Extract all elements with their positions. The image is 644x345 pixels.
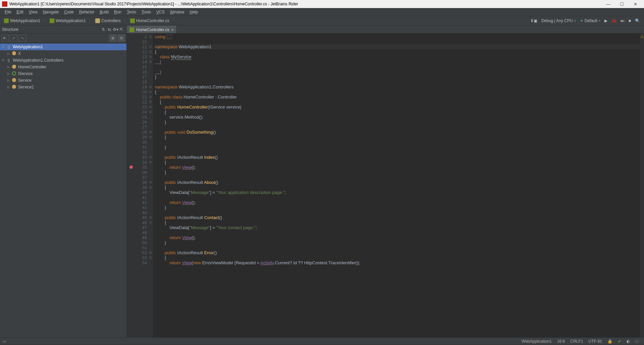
- line-gutter[interactable]: 1101112131415161718192021222324252627282…: [127, 33, 148, 337]
- project-icon: [50, 18, 54, 23]
- close-button[interactable]: ✕: [629, 2, 642, 7]
- editor-tab[interactable]: HomeController.cs ×: [127, 26, 176, 33]
- editor-tab-label: HomeController.cs: [136, 27, 169, 32]
- status-encoding[interactable]: UTF-8‡: [586, 339, 605, 344]
- tree-item[interactable]: ▷IService: [0, 70, 126, 77]
- tree-item[interactable]: ▷HomeController: [0, 64, 126, 70]
- menu-vcs[interactable]: VCS: [154, 10, 167, 14]
- build-icon[interactable]: ⬇▣: [528, 18, 539, 23]
- fold-gutter[interactable]: ⊟⊟⊟⊟⊟⊟⊟⊟⊟⊟⊟⊟⊟⊟⊟⊟⊟⊟⊟⊟⊟: [148, 33, 153, 337]
- structure-panel: Structure ⇅ ⇆ ⚙▾ ⇱ A↓ ⤢ ⤡ ⊞ ⊟ ▽WebApplic…: [0, 25, 127, 337]
- tree-item[interactable]: ▽WebApplication1.Controllers: [0, 57, 126, 64]
- folder-icon: [95, 18, 100, 23]
- debug-button[interactable]: 🐞: [609, 18, 619, 23]
- minimize-button[interactable]: —: [602, 2, 615, 7]
- structure-gear-icon[interactable]: ⚙▾: [112, 27, 118, 32]
- structure-opt-icon[interactable]: ⇅: [100, 27, 106, 32]
- expand-button[interactable]: ⤢: [10, 34, 17, 42]
- tree-arrow-icon[interactable]: ▷: [7, 65, 10, 69]
- menu-tests[interactable]: Tests: [124, 10, 139, 14]
- breadcrumb-label: Controllers: [101, 18, 121, 23]
- breadcrumb-label: WebApplication1: [56, 18, 86, 23]
- class-icon: [11, 85, 17, 90]
- breadcrumb-sep-icon: 〉: [88, 18, 93, 23]
- tree-arrow-icon[interactable]: ▷: [7, 79, 10, 82]
- main-split: Structure ⇅ ⇆ ⚙▾ ⇱ A↓ ⤢ ⤡ ⊞ ⊟ ▽WebApplic…: [0, 25, 644, 337]
- status-mem-icon[interactable]: ◐: [624, 339, 633, 344]
- menu-file[interactable]: File: [2, 10, 14, 14]
- status-trash-icon[interactable]: ⬭: [633, 339, 641, 344]
- status-line-ending[interactable]: CRLF‡: [568, 339, 586, 344]
- app-icon: [2, 1, 7, 7]
- tree-label: WebApplication1.Controllers: [13, 58, 63, 63]
- editor-area: HomeController.cs × 11011121314151617181…: [127, 25, 644, 337]
- code-content[interactable]: using ...namespace WebApplication1{ clas…: [153, 33, 640, 337]
- menu-run[interactable]: Run: [111, 10, 124, 14]
- window-title: WebApplication1 [C:\Users\rperes\Documen…: [9, 2, 602, 6]
- namespace-icon: [6, 58, 11, 63]
- tree-arrow-icon[interactable]: ▽: [1, 45, 5, 49]
- menu-refactor[interactable]: Refactor: [76, 10, 97, 14]
- menu-navigate[interactable]: Navigate: [40, 10, 61, 14]
- status-left-icon[interactable]: ▭: [3, 339, 6, 344]
- interface-icon: [11, 71, 17, 76]
- breadcrumb-label: HomeController.cs: [136, 18, 169, 23]
- menu-window[interactable]: Window: [167, 10, 187, 14]
- status-lock-icon[interactable]: 🔒: [605, 339, 615, 344]
- breakpoint-icon[interactable]: [129, 165, 133, 169]
- menu-help[interactable]: Help: [187, 10, 201, 14]
- csfile-icon: [129, 27, 134, 32]
- class-icon: [11, 51, 17, 56]
- structure-header: Structure ⇅ ⇆ ⚙▾ ⇱: [0, 25, 126, 33]
- structure-pin-icon[interactable]: ⇱: [118, 27, 124, 32]
- class-icon: [11, 78, 17, 83]
- titlebar: WebApplication1 [C:\Users\rperes\Documen…: [0, 0, 644, 8]
- breadcrumb-2[interactable]: Controllers: [93, 18, 123, 23]
- tree-arrow-icon[interactable]: ▷: [7, 72, 10, 75]
- status-context[interactable]: WebApplication1: [519, 339, 554, 344]
- collapse-button[interactable]: ⤡: [19, 34, 26, 42]
- step-button[interactable]: ⏭: [619, 18, 627, 23]
- tree-label: HomeController: [18, 65, 46, 69]
- tree-label: WebApplication1: [13, 45, 43, 49]
- csfile-icon: [130, 18, 135, 23]
- menubar: FileEditViewNavigateCodeRefactorBuildRun…: [0, 8, 644, 16]
- tree-item[interactable]: ▷Service2: [0, 84, 126, 90]
- structure-tree[interactable]: ▽WebApplication1▷X▽WebApplication1.Contr…: [0, 43, 126, 337]
- run-target-dropdown[interactable]: ✦Default: [578, 18, 602, 23]
- run-button[interactable]: ▶: [602, 18, 609, 23]
- breadcrumb-0[interactable]: WebApplication1: [2, 18, 42, 23]
- marker-strip[interactable]: ⚠: [640, 33, 644, 337]
- tree-item[interactable]: ▽WebApplication1: [0, 44, 126, 50]
- editor-tabstrip: HomeController.cs ×: [127, 25, 644, 33]
- search-everywhere-button[interactable]: 🔍: [633, 18, 642, 23]
- status-caret-pos[interactable]: 16:6: [554, 339, 568, 344]
- status-inspect-icon[interactable]: ✔: [615, 339, 624, 344]
- structure-toolbar: A↓ ⤢ ⤡ ⊞ ⊟: [0, 33, 126, 43]
- breadcrumb-sep-icon: 〉: [123, 18, 128, 23]
- menu-view[interactable]: View: [26, 10, 40, 14]
- menu-edit[interactable]: Edit: [14, 10, 26, 14]
- tree-item[interactable]: ▷Service: [0, 77, 126, 84]
- tab-close-icon[interactable]: ×: [171, 28, 173, 32]
- warning-marker-icon[interactable]: ⚠: [640, 34, 644, 39]
- tree-arrow-icon[interactable]: ▽: [1, 59, 5, 62]
- menu-tools[interactable]: Tools: [139, 10, 154, 14]
- menu-build[interactable]: Build: [97, 10, 111, 14]
- menu-code[interactable]: Code: [61, 10, 76, 14]
- structure-opt2-icon[interactable]: ⇆: [106, 27, 112, 32]
- sort-alpha-button[interactable]: A↓: [1, 34, 9, 42]
- tree-arrow-icon[interactable]: ▷: [7, 85, 10, 89]
- code-editor[interactable]: 1101112131415161718192021222324252627282…: [127, 33, 644, 337]
- tree-arrow-icon[interactable]: ▷: [7, 52, 10, 55]
- tree-label: Service: [18, 78, 32, 83]
- maximize-button[interactable]: ☐: [615, 2, 629, 7]
- breadcrumb-3[interactable]: HomeController.cs: [128, 18, 171, 23]
- tree-item[interactable]: ▷X: [0, 50, 126, 57]
- class-icon: [11, 65, 17, 70]
- group-button[interactable]: ⊞: [109, 34, 116, 42]
- group2-button[interactable]: ⊟: [118, 34, 125, 42]
- breadcrumb-1[interactable]: WebApplication1: [48, 18, 88, 23]
- stop-button[interactable]: ■: [627, 18, 633, 23]
- build-config-dropdown[interactable]: Debug | Any CPU: [539, 18, 578, 23]
